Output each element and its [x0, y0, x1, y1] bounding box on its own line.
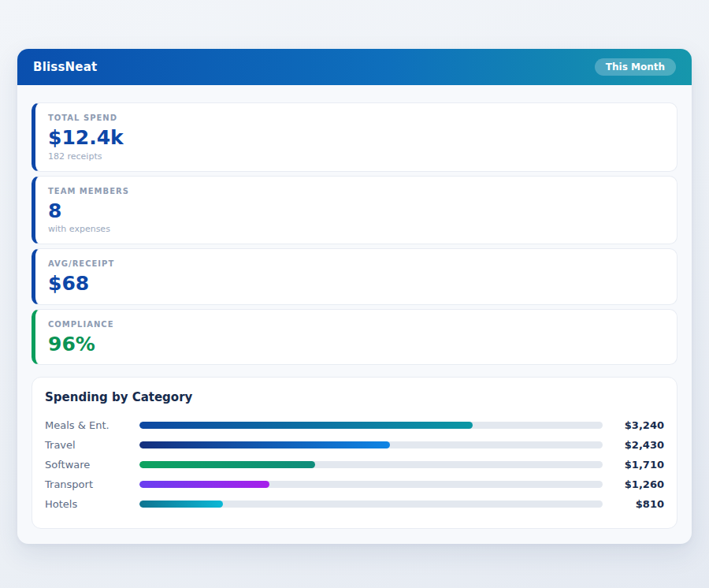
dashboard-panel: BlissNeat This Month TOTAL SPEND $12.4k …: [17, 49, 692, 544]
category-bar-track: [139, 441, 603, 448]
category-amount: $1,710: [603, 459, 664, 471]
stat-value: $68: [48, 273, 664, 295]
category-bar-fill: [139, 441, 390, 448]
stat-card-avg-receipt: AVG/RECEIPT $68: [32, 248, 677, 305]
app-title: BlissNeat: [33, 60, 97, 74]
category-bar-track: [139, 461, 603, 468]
stat-subtext: with expenses: [48, 224, 664, 234]
stat-label: TOTAL SPEND: [48, 114, 664, 122]
category-amount: $3,240: [603, 419, 664, 431]
period-badge[interactable]: This Month: [595, 58, 676, 76]
stat-value: $12.4k: [48, 127, 664, 149]
category-bar-track: [139, 481, 603, 488]
stat-card-compliance: COMPLIANCE 96%: [32, 309, 677, 366]
category-row-software: Software $1,710: [45, 455, 664, 474]
stat-card-total-spend: TOTAL SPEND $12.4k 182 receipts: [32, 102, 677, 172]
category-bar-track: [139, 422, 603, 429]
spending-card-title: Spending by Category: [45, 390, 664, 404]
stat-label: TEAM MEMBERS: [48, 187, 664, 195]
spending-by-category-card: Spending by Category Meals & Ent. $3,240…: [32, 377, 677, 529]
category-row-hotels: Hotels $810: [45, 494, 664, 514]
category-label: Travel: [45, 439, 139, 451]
app-header: BlissNeat This Month: [17, 49, 692, 85]
category-bar-fill: [139, 461, 315, 468]
category-bar-fill: [139, 481, 269, 488]
stat-label: AVG/RECEIPT: [48, 259, 664, 268]
category-row-travel: Travel $2,430: [45, 435, 664, 455]
stat-card-team-members: TEAM MEMBERS 8 with expenses: [32, 176, 677, 245]
stat-value: 8: [48, 200, 664, 222]
category-row-meals: Meals & Ent. $3,240: [45, 415, 664, 435]
category-amount: $2,430: [603, 439, 664, 451]
category-label: Hotels: [45, 498, 139, 510]
stat-label: COMPLIANCE: [48, 320, 664, 329]
category-row-transport: Transport $1,260: [45, 474, 664, 494]
category-amount: $1,260: [603, 478, 664, 490]
category-label: Transport: [45, 478, 139, 490]
category-bar-fill: [139, 501, 223, 508]
panel-content: TOTAL SPEND $12.4k 182 receipts TEAM MEM…: [17, 85, 692, 544]
category-bar-track: [139, 501, 603, 508]
category-amount: $810: [603, 498, 664, 510]
category-label: Meals & Ent.: [45, 419, 139, 431]
stat-value: 96%: [48, 333, 664, 355]
category-label: Software: [45, 459, 139, 471]
stat-subtext: 182 receipts: [48, 151, 664, 162]
category-bar-fill: [139, 422, 473, 429]
